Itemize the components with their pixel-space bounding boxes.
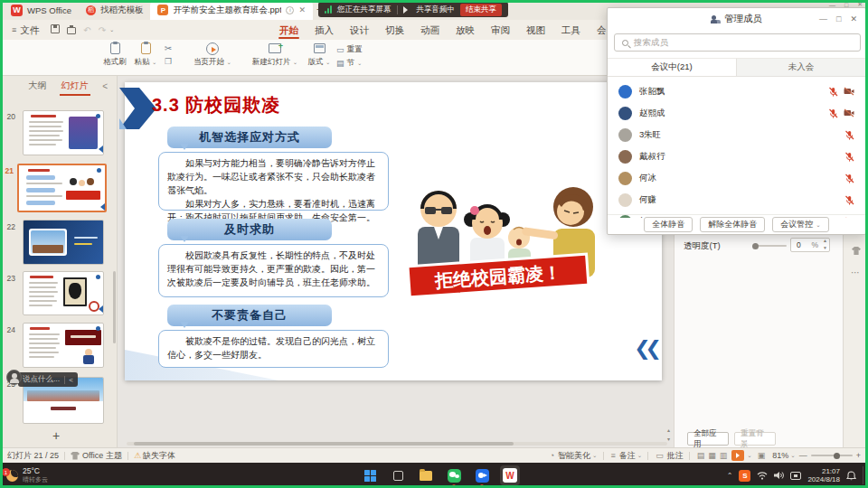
reset-slide-button[interactable]: ▭重置 <box>336 44 363 55</box>
print-icon[interactable] <box>63 25 80 35</box>
spinner-up-icon[interactable]: ▲ <box>823 238 827 243</box>
unmute-all-button[interactable]: 解除全体静音 <box>700 217 765 232</box>
notification-bell-icon[interactable] <box>846 471 856 481</box>
reset-background-button[interactable]: 重置背景 <box>734 432 776 446</box>
save-icon[interactable] <box>47 24 63 35</box>
play-options-caret-icon[interactable]: ⌄ <box>747 452 751 459</box>
zoom-level[interactable]: 81% <box>772 451 788 460</box>
member-row[interactable]: 赵熙成 <box>608 102 865 124</box>
tab-close-icon[interactable]: ✕ <box>298 5 306 14</box>
slide-thumbnail-23[interactable] <box>23 271 104 315</box>
member-row[interactable]: 何赚 <box>608 189 865 211</box>
spinner-down-icon[interactable]: ▼ <box>823 245 827 250</box>
zoom-out-icon[interactable]: — <box>799 451 807 460</box>
member-row[interactable]: 何冰 <box>608 167 865 189</box>
pane-splitter-up-icon[interactable]: ▴ <box>667 427 670 433</box>
tab-not-joined[interactable]: 未入会 <box>737 59 865 76</box>
panel-minimize-icon[interactable]: — <box>815 14 832 23</box>
collapse-panel-icon[interactable]: < <box>102 81 108 91</box>
chat-collapse-icon[interactable]: < <box>69 376 73 384</box>
missing-font-label[interactable]: 缺失字体 <box>143 450 175 462</box>
start-button[interactable] <box>360 465 380 485</box>
apply-all-button[interactable]: 全部应用 <box>687 432 729 446</box>
chat-input-pill[interactable]: 说点什么... < <box>18 372 78 387</box>
slide-canvas[interactable]: 3.3 防校园欺凌 机智选择应对方式 如果与对方能力相当，要明确冷静告诉对方停止… <box>125 82 662 380</box>
mic-off-icon[interactable] <box>844 195 854 205</box>
tab-animation[interactable]: 动画 <box>412 20 448 40</box>
tab-transition[interactable]: 切换 <box>377 20 412 40</box>
normal-view-icon[interactable]: ▤ <box>695 451 707 460</box>
redo-icon[interactable]: ↷ <box>95 25 109 35</box>
hidden-icons-chevron[interactable]: ⌃ <box>727 472 733 480</box>
tab-tools[interactable]: 工具 <box>553 20 589 40</box>
weather-widget[interactable]: 1 25°C 晴转多云 <box>0 467 48 483</box>
mic-off-icon[interactable] <box>828 108 838 118</box>
sogou-input-icon[interactable]: S <box>739 470 750 482</box>
panel-maximize-icon[interactable]: □ <box>832 14 845 23</box>
tab-design[interactable]: 设计 <box>342 20 377 40</box>
zoom-caret-icon[interactable]: ⌄ <box>790 452 795 459</box>
undo-icon[interactable]: ↶ <box>80 25 94 35</box>
new-slide-button[interactable]: 新建幻灯片 ⌄ <box>248 42 302 68</box>
meeting-app-button[interactable] <box>472 465 492 485</box>
end-share-button[interactable]: 结束共享 <box>460 4 502 16</box>
docer-template-tab[interactable]: 稻 找稻壳模板 <box>79 0 151 20</box>
cut-button[interactable]: ✂ <box>161 43 175 53</box>
tab-slideshow[interactable]: 放映 <box>448 20 483 40</box>
paste-button[interactable]: 粘贴 ⌄ <box>132 42 159 68</box>
add-slide-button[interactable]: + <box>52 428 60 443</box>
thumbnail-scrollbar[interactable] <box>113 271 116 343</box>
comments-button[interactable]: ▭批注 <box>654 450 684 462</box>
section-button[interactable]: ▤节⌄ <box>336 58 362 69</box>
zoom-slider[interactable] <box>811 455 853 456</box>
slide-sorter-icon[interactable]: ▦ <box>706 451 718 460</box>
tab-view[interactable]: 视图 <box>518 20 553 40</box>
member-row[interactable]: 张韶飘 <box>608 80 865 102</box>
wifi-icon[interactable] <box>757 471 768 480</box>
outline-tab[interactable]: 大纲 <box>25 80 51 92</box>
smart-beautify-button[interactable]: ◔智能美化⌄ <box>548 450 598 462</box>
pane-splitter-down-icon[interactable]: ▾ <box>667 436 670 442</box>
screen-share-tray-icon[interactable] <box>790 472 801 480</box>
play-from-current-button[interactable]: 当页开始 ⌄ <box>186 42 239 68</box>
slide-thumbnail-24[interactable] <box>23 323 104 368</box>
clock-tray[interactable]: 21:07 2024/8/18 <box>807 467 840 483</box>
quickbar-caret-icon[interactable]: ⌄ <box>109 26 114 33</box>
tab-in-meeting[interactable]: 会议中(21) <box>608 59 737 76</box>
panel-close-icon[interactable]: ✕ <box>845 14 862 23</box>
notes-button[interactable]: ≡备注⌄ <box>609 450 643 462</box>
tab-review[interactable]: 审阅 <box>483 20 518 40</box>
tab-insert[interactable]: 插入 <box>307 20 342 40</box>
mic-off-icon[interactable] <box>844 130 854 140</box>
file-menu[interactable]: ≡文件 <box>4 20 47 40</box>
document-tab[interactable]: P 开学前安全主题教育班会.pptx i ✕ <box>150 0 313 20</box>
slide-thumbnail-22[interactable] <box>23 220 104 265</box>
chat-user-avatar[interactable] <box>6 370 22 385</box>
mute-all-button[interactable]: 全体静音 <box>644 217 693 232</box>
theme-label[interactable]: Office 主题 <box>82 450 122 462</box>
transparency-value-box[interactable]: 0 % ▲ ▼ <box>790 238 830 252</box>
volume-icon[interactable] <box>774 471 784 480</box>
layout-button[interactable]: 版式 ⌄ <box>304 42 335 68</box>
member-row[interactable]: 3朱旺 <box>608 124 865 145</box>
slide-thumbnail-21-selected[interactable] <box>17 164 107 212</box>
app-menu-tab[interactable]: W WPS Office <box>4 0 79 20</box>
show-desktop-edge[interactable] <box>863 466 864 484</box>
member-row[interactable]: 戴叔行 <box>608 145 865 167</box>
theme-style-icon[interactable] <box>852 242 861 258</box>
wps-office-button-active[interactable]: W <box>500 465 520 485</box>
camera-off-icon[interactable] <box>844 108 854 117</box>
mic-off-icon[interactable] <box>828 87 838 97</box>
slideshow-play-button[interactable] <box>731 450 744 461</box>
tab-home[interactable]: 开始 <box>271 20 307 40</box>
slides-tab[interactable]: 幻灯片 <box>58 80 92 92</box>
members-panel-header[interactable]: 管理成员 — □ ✕ <box>608 8 865 30</box>
reading-view-icon[interactable]: ▥ <box>718 451 730 460</box>
slide-thumbnail-20[interactable] <box>23 110 104 155</box>
mic-off-icon[interactable] <box>844 152 854 162</box>
camera-off-icon[interactable] <box>844 87 854 96</box>
format-painter-button[interactable]: 格式刷 <box>99 42 130 68</box>
wechat-button[interactable] <box>444 465 464 485</box>
zoom-in-icon[interactable]: + <box>856 451 861 460</box>
copy-button[interactable]: ❐ <box>161 57 175 66</box>
